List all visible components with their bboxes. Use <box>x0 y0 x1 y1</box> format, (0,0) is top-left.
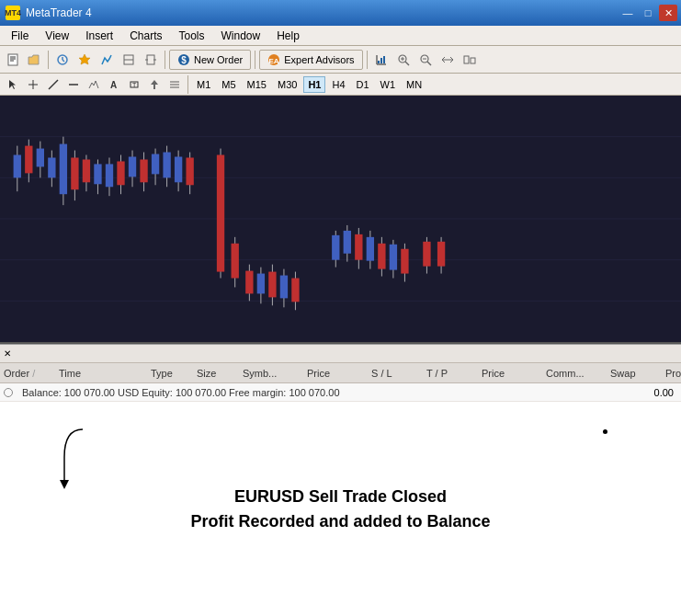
col-order: Order / <box>0 368 55 379</box>
svg-rect-29 <box>464 56 469 63</box>
svg-rect-84 <box>245 271 253 294</box>
timeframe-m15[interactable]: M15 <box>243 76 271 93</box>
svg-rect-106 <box>401 249 408 274</box>
terminal-close-btn[interactable]: ✕ <box>4 348 11 359</box>
menu-window[interactable]: Window <box>214 27 268 45</box>
maximize-button[interactable]: □ <box>639 5 657 21</box>
menu-help[interactable]: Help <box>269 27 307 45</box>
svg-rect-80 <box>217 155 224 272</box>
menu-charts[interactable]: Charts <box>122 27 169 45</box>
toolbar-new-btn[interactable] <box>4 50 24 70</box>
toolbar-btn4[interactable] <box>119 50 139 70</box>
col-sl: S / L <box>368 368 423 379</box>
svg-rect-88 <box>268 272 276 298</box>
svg-rect-66 <box>117 161 124 185</box>
tool-text[interactable]: A <box>105 75 123 94</box>
toolbar-btn3[interactable] <box>96 50 117 70</box>
tool-crosshair[interactable] <box>24 75 42 94</box>
svg-rect-74 <box>163 153 170 178</box>
tool-label[interactable]: T <box>125 75 143 94</box>
timeframe-m30[interactable]: M30 <box>273 76 301 93</box>
close-button[interactable]: ✕ <box>659 5 677 21</box>
toolbar-btn2[interactable] <box>74 50 95 70</box>
toolbar-fit-btn[interactable] <box>437 50 458 70</box>
timeframe-h4[interactable]: H4 <box>327 76 349 93</box>
svg-rect-52 <box>37 149 44 167</box>
svg-rect-70 <box>140 159 147 182</box>
new-order-button[interactable]: $ New Order <box>169 50 251 70</box>
svg-rect-90 <box>280 276 288 299</box>
svg-text:EA: EA <box>269 57 279 65</box>
svg-rect-72 <box>152 154 159 175</box>
svg-rect-54 <box>48 157 55 177</box>
timeframe-d1[interactable]: D1 <box>352 76 374 93</box>
svg-line-6 <box>62 60 64 62</box>
tool-draw[interactable] <box>85 75 103 94</box>
tool-cursor[interactable] <box>4 75 22 94</box>
tool-fib[interactable] <box>165 75 184 94</box>
timeframe-h1[interactable]: H1 <box>303 76 325 93</box>
toolbar-btn5[interactable] <box>141 50 161 70</box>
tool-hline[interactable] <box>64 75 83 94</box>
menu-file[interactable]: File <box>4 27 36 45</box>
expert-advisors-label: Expert Advisors <box>284 54 354 65</box>
chart-container[interactable] <box>0 96 681 344</box>
timeframe-mn[interactable]: MN <box>402 76 426 93</box>
menu-view[interactable]: View <box>38 27 76 45</box>
menu-tools[interactable]: Tools <box>172 27 212 45</box>
table-header: Order / Time Type Size Symb... Price S /… <box>0 363 681 383</box>
svg-rect-50 <box>25 146 32 174</box>
terminal-panel: ✕ Order / Time Type Size Symb... Price S… <box>0 344 681 616</box>
tool-line[interactable] <box>44 75 62 94</box>
sep3 <box>255 51 255 69</box>
svg-text:A: A <box>110 80 117 90</box>
tool-arrow[interactable] <box>145 75 164 94</box>
sep2 <box>165 51 165 69</box>
dot-annotation <box>603 429 607 434</box>
balance-icon <box>4 388 13 397</box>
toolbar-period-btn[interactable] <box>460 50 480 70</box>
svg-rect-48 <box>14 155 21 178</box>
svg-rect-96 <box>344 231 351 254</box>
svg-line-33 <box>49 80 58 89</box>
sep1 <box>48 51 49 69</box>
menu-insert[interactable]: Insert <box>78 27 120 45</box>
svg-rect-86 <box>257 274 265 294</box>
toolbar-open-btn[interactable] <box>24 50 44 70</box>
toolbar-zoom-out-btn[interactable] <box>415 50 436 70</box>
toolbar-zoom-in-btn[interactable] <box>393 50 414 70</box>
timeframe-m1[interactable]: M1 <box>192 76 215 93</box>
terminal-header: ✕ <box>0 345 681 363</box>
svg-rect-98 <box>355 234 362 260</box>
col-swap: Swap <box>607 368 662 379</box>
svg-rect-104 <box>390 245 397 270</box>
main-area: ✕ Order / Time Type Size Symb... Price S… <box>0 96 681 616</box>
main-toolbar: $ New Order EA Expert Advisors <box>0 46 681 74</box>
toolbar-btn1[interactable] <box>52 50 73 70</box>
timeframe-m5[interactable]: M5 <box>217 76 240 93</box>
svg-rect-76 <box>175 157 182 183</box>
svg-rect-0 <box>8 54 17 65</box>
svg-rect-100 <box>367 237 374 261</box>
col-price2: Price <box>478 368 542 379</box>
col-size: Size <box>193 368 239 379</box>
annotation-line2: Profit Recorded and added to Balance <box>190 512 490 531</box>
svg-rect-58 <box>71 157 78 189</box>
new-order-label: New Order <box>194 54 243 65</box>
svg-text:T: T <box>132 82 137 88</box>
col-type: Type <box>147 368 193 379</box>
svg-rect-68 <box>129 157 136 177</box>
sep4 <box>367 51 368 69</box>
svg-rect-110 <box>437 242 445 267</box>
minimize-button[interactable]: — <box>619 5 637 21</box>
col-comm: Comm... <box>542 368 607 379</box>
svg-rect-94 <box>332 235 339 260</box>
col-tp: T / P <box>423 368 478 379</box>
timeframe-w1[interactable]: W1 <box>376 76 401 93</box>
arrow-svg <box>55 420 239 494</box>
balance-info: Balance: 100 070.00 USD Equity: 100 070.… <box>17 387 654 398</box>
svg-rect-102 <box>378 244 385 269</box>
col-time: Time <box>55 368 147 379</box>
expert-advisors-button[interactable]: EA Expert Advisors <box>259 50 362 70</box>
toolbar-price-btn[interactable] <box>371 50 392 70</box>
